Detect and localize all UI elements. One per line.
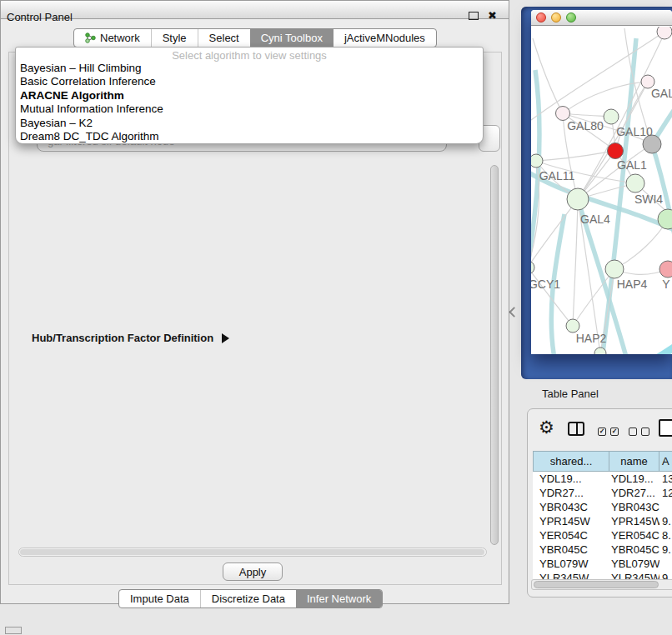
collapsed-panel-icon[interactable] <box>5 627 22 634</box>
tab-impute-data-label: Impute Data <box>130 592 189 605</box>
tab-select[interactable]: Select <box>198 29 250 47</box>
checked-column-icon[interactable]: ✓ <box>598 428 606 436</box>
control-panel-titlebar <box>0 0 509 19</box>
table-cell: 9. <box>659 542 672 557</box>
network-node-gal10[interactable] <box>604 109 619 124</box>
network-node-hap4[interactable] <box>605 260 624 278</box>
node-label: GAL <box>651 87 672 100</box>
column-header-name[interactable]: name <box>609 451 659 472</box>
network-node-y[interactable] <box>659 261 672 278</box>
table-cell: YBR045C <box>609 542 659 557</box>
node-label: GAL1 <box>617 158 647 172</box>
network-node-gal11[interactable] <box>531 154 543 168</box>
tab-style-label: Style <box>163 32 187 44</box>
gear-icon[interactable]: ⚙ <box>539 418 554 438</box>
algorithm-option[interactable]: ARACNE Algorithm <box>18 89 480 102</box>
column-header-shared[interactable]: shared... <box>533 451 609 472</box>
network-node-gcy1[interactable] <box>531 261 534 274</box>
algorithm-option[interactable]: Bayesian – Hill Climbing <box>18 62 480 75</box>
network-node[interactable] <box>657 27 672 39</box>
table-row[interactable]: YDR27...YDR27...12 <box>533 486 672 500</box>
table-cell: 8. <box>659 528 672 542</box>
settings-vertical-scrollbar[interactable] <box>489 163 499 548</box>
network-node-gal4[interactable] <box>567 188 589 210</box>
tab-style[interactable]: Style <box>151 29 198 47</box>
screen: Control Panel ✖ Network Style Select Cyn… <box>0 0 672 635</box>
tab-network[interactable]: Network <box>74 29 151 47</box>
table-cell: YDL19... <box>533 472 609 486</box>
table-cell: YBR045C <box>533 542 609 557</box>
network-node-gal80[interactable] <box>556 107 570 121</box>
algorithm-option[interactable]: Dream8 DC_TDC Algorithm <box>18 130 480 143</box>
table-row[interactable]: YBR043CYBR043C <box>533 500 672 514</box>
resize-grip[interactable] <box>509 307 519 318</box>
control-panel-tabbar: Network Style Select Cyni Toolbox jActiv… <box>73 28 437 48</box>
table-cell: YDR27... <box>609 486 659 500</box>
network-edge[interactable] <box>614 219 668 269</box>
network-edge[interactable] <box>573 199 578 326</box>
algorithm-option[interactable]: Bayesian – K2 <box>18 117 480 130</box>
close-button[interactable] <box>536 12 546 22</box>
network-node-hap2[interactable] <box>566 319 579 332</box>
network-node-gal1[interactable] <box>608 143 624 159</box>
table-horizontal-scrollbar[interactable] <box>531 579 672 590</box>
table-row[interactable]: YER054CYER054C8. <box>533 528 672 542</box>
node-label: Y <box>662 278 670 291</box>
algorithm-option[interactable]: Mutual Information Inference <box>18 102 480 116</box>
float-window-icon[interactable] <box>469 12 479 20</box>
tab-discretize-data[interactable]: Discretize Data <box>200 590 296 608</box>
unchecked-column-icon[interactable] <box>629 428 637 436</box>
table-panel-title: Table Panel <box>542 388 599 400</box>
table-cell: YER054C <box>609 528 659 542</box>
settings-horizontal-scrollbar[interactable] <box>18 548 487 557</box>
network-edge[interactable] <box>636 343 672 354</box>
table-row[interactable]: YBR045CYBR045C9. <box>533 542 672 557</box>
tab-jactivemnodules[interactable]: jActiveMNodules <box>333 29 436 47</box>
table-cell: YDR27... <box>533 486 609 500</box>
node-label: GAL10 <box>616 125 653 138</box>
expander-arrow-icon <box>222 333 229 343</box>
network-canvas[interactable]: GAL80GAL10GALGAL1GAL11SWI4GAL4GCY1HAP4YH… <box>531 27 672 354</box>
node-label: HAP4 <box>617 278 648 291</box>
table-row[interactable]: YDL19...YDL19...13 <box>533 472 672 486</box>
tab-infer-network-label: Infer Network <box>307 592 371 605</box>
checked-column-icon[interactable]: ✓ <box>610 428 619 436</box>
column-header-partial[interactable]: A <box>659 451 672 472</box>
table-file-icon[interactable] <box>659 419 672 437</box>
algorithm-option[interactable]: Basic Correlation Inference <box>18 75 480 88</box>
close-icon[interactable]: ✖ <box>488 9 497 22</box>
node-label: GAL4 <box>580 212 610 226</box>
tab-network-label: Network <box>100 32 140 44</box>
tab-jactivemnodules-label: jActiveMNodules <box>344 32 425 44</box>
tab-impute-data[interactable]: Impute Data <box>119 590 200 608</box>
tab-cyni-toolbox-label: Cyni Toolbox <box>261 32 323 44</box>
table-cell: 12 <box>659 486 672 500</box>
panel-title: Control Panel <box>7 11 73 23</box>
tab-select-label: Select <box>209 32 239 44</box>
hub-definition-expander[interactable]: Hub/Transcription Factor Definition <box>32 332 229 344</box>
table-cell: 13 <box>659 472 672 486</box>
zoom-button[interactable] <box>566 12 576 22</box>
table-cell <box>659 557 672 571</box>
unchecked-column-icon[interactable] <box>641 428 649 436</box>
network-node[interactable] <box>626 174 644 192</box>
apply-button[interactable]: Apply <box>223 562 283 581</box>
table-cell: YDL19... <box>609 472 659 486</box>
tab-infer-network[interactable]: Infer Network <box>296 590 382 608</box>
table-cell: YBR043C <box>609 500 659 514</box>
network-view-window: GAL80GAL10GALGAL1GAL11SWI4GAL4GCY1HAP4YH… <box>531 10 672 354</box>
table-cell: 9. <box>659 514 672 528</box>
network-icon <box>85 32 96 43</box>
tab-cyni-toolbox[interactable]: Cyni Toolbox <box>250 29 333 47</box>
table-body: YDL19...YDL19...13YDR27...YDR27...12YBR0… <box>533 472 672 580</box>
table-header: shared... name A <box>533 451 672 472</box>
minimize-button[interactable] <box>551 12 561 22</box>
network-node-swi4[interactable] <box>658 209 672 229</box>
split-columns-icon[interactable] <box>568 422 584 436</box>
table-cell: YBL079W <box>609 557 659 571</box>
table-cell: YBL079W <box>533 557 609 571</box>
network-edge[interactable] <box>603 38 636 353</box>
table-row[interactable]: YBL079WYBL079W <box>533 557 672 571</box>
network-window-titlebar[interactable] <box>531 10 672 26</box>
table-row[interactable]: YPR145WYPR145W9. <box>533 514 672 528</box>
